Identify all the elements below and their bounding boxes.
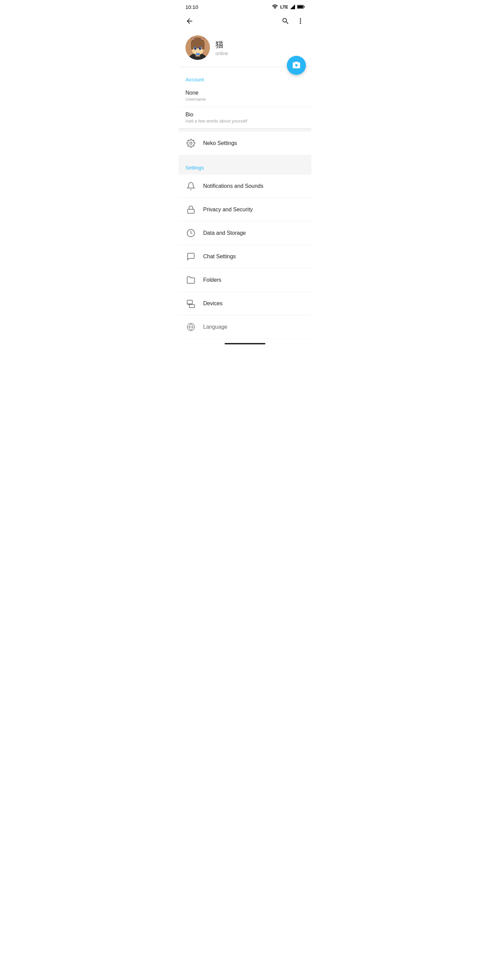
back-button[interactable] (183, 14, 196, 28)
account-section: Account None Username Bio Add a few word… (179, 67, 311, 129)
bio-subtitle: Add a few words about yourself (185, 118, 305, 124)
notifications-sounds-item[interactable]: Notifications and Sounds (179, 175, 311, 198)
settings-section: Settings (179, 158, 311, 175)
section-divider-2 (179, 155, 311, 158)
status-icons: LTE (272, 5, 305, 10)
profile-section: 猫 online (179, 30, 311, 67)
svg-point-19 (200, 48, 201, 48)
profile-status: online (215, 51, 305, 56)
bio-title: Bio (185, 111, 305, 118)
svg-rect-9 (202, 43, 205, 50)
camera-fab-button[interactable] (287, 56, 306, 75)
neko-settings-item[interactable]: Neko Settings (179, 132, 311, 155)
devices-item[interactable]: Devices (179, 292, 311, 315)
lte-icon: LTE (280, 5, 288, 10)
language-item[interactable]: Language (179, 315, 311, 339)
svg-point-23 (190, 142, 192, 145)
bio-item[interactable]: Bio Add a few words about yourself (179, 107, 311, 129)
wifi-icon (272, 5, 278, 9)
svg-rect-2 (298, 6, 303, 8)
camera-icon (292, 61, 301, 70)
signal-icon (290, 5, 295, 9)
svg-rect-8 (191, 43, 194, 50)
folders-label: Folders (203, 277, 221, 283)
svg-rect-24 (188, 209, 194, 213)
data-storage-item[interactable]: Data and Storage (179, 221, 311, 245)
username-label: Username (185, 97, 305, 102)
lock-icon (185, 204, 196, 215)
avatar[interactable] (185, 35, 210, 60)
privacy-security-item[interactable]: Privacy and Security (179, 198, 311, 221)
search-button[interactable] (279, 14, 292, 28)
svg-rect-26 (187, 300, 192, 304)
status-bar: 10:10 LTE (179, 0, 311, 12)
nav-actions (279, 14, 307, 28)
section-divider-1 (179, 129, 311, 132)
data-storage-label: Data and Storage (203, 230, 246, 236)
folders-item[interactable]: Folders (179, 269, 311, 292)
profile-name: 猫 (215, 39, 305, 50)
profile-info: 猫 online (215, 39, 305, 56)
chat-settings-item[interactable]: Chat Settings (179, 245, 311, 269)
avatar-image (185, 35, 210, 60)
battery-icon (297, 5, 305, 9)
svg-rect-1 (304, 6, 305, 8)
notifications-sounds-label: Notifications and Sounds (203, 183, 263, 189)
settings-list: Notifications and Sounds Privacy and Sec… (179, 175, 311, 339)
chat-settings-label: Chat Settings (203, 253, 236, 259)
chat-icon (185, 251, 196, 262)
more-options-button[interactable] (294, 14, 307, 28)
folder-icon (185, 275, 196, 285)
gear-icon (185, 138, 196, 149)
svg-point-16 (195, 47, 196, 50)
neko-settings-label: Neko Settings (203, 140, 237, 146)
language-icon (185, 321, 196, 332)
devices-icon (185, 298, 196, 309)
privacy-security-label: Privacy and Security (203, 207, 253, 213)
svg-point-17 (199, 47, 201, 50)
status-time: 10:10 (185, 4, 198, 10)
home-indicator (179, 339, 311, 347)
home-indicator-bar (224, 343, 266, 344)
username-value: None (185, 90, 305, 96)
bell-icon (185, 181, 196, 192)
username-item[interactable]: None Username (179, 85, 311, 107)
svg-point-18 (195, 48, 196, 48)
svg-rect-20 (196, 53, 200, 55)
settings-section-label: Settings (179, 158, 311, 173)
language-label: Language (203, 324, 227, 330)
nav-bar (179, 12, 311, 30)
devices-label: Devices (203, 301, 223, 307)
svg-rect-27 (189, 305, 195, 308)
clock-icon (185, 228, 196, 239)
